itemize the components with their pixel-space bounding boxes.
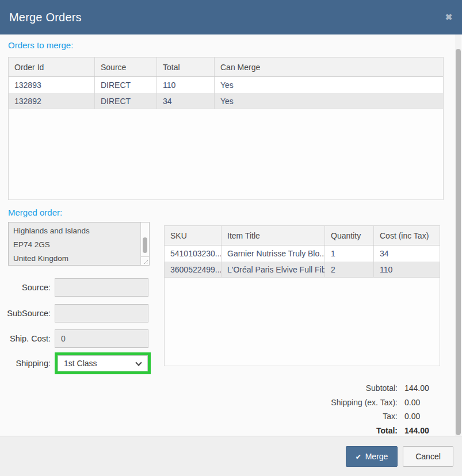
ship-cost-label: Ship. Cost:: [0, 334, 51, 343]
order-id-cell: 132893: [9, 77, 95, 93]
column-header-total: Total: [157, 57, 215, 76]
chevron-down-icon: [135, 359, 142, 366]
dialog-scrollbar-thumb[interactable]: [456, 49, 461, 435]
dialog-scrollbar[interactable]: [455, 34, 461, 436]
dialog-header: Merge Orders ✖: [0, 0, 462, 34]
column-header-order-id: Order Id: [9, 57, 95, 76]
address-line: Highlands and Islands: [13, 224, 139, 238]
cost-cell: 110: [374, 262, 440, 277]
column-header-cost: Cost (inc Tax): [374, 226, 440, 245]
address-scrollbar[interactable]: [140, 222, 149, 256]
sku-cell: 5410103230...: [165, 245, 222, 262]
address-line: EP74 2GS: [13, 238, 139, 252]
total-cell: 110: [157, 77, 215, 93]
orders-table: Order Id Source Total Can Merge 132893 D…: [8, 57, 444, 200]
column-header-can-merge: Can Merge: [215, 57, 443, 76]
shipping-select[interactable]: 1st Class: [58, 355, 148, 371]
table-row[interactable]: 132893 DIRECT 110 Yes: [9, 77, 443, 93]
cancel-button-label: Cancel: [415, 452, 441, 461]
dialog-footer: ✔Merge Cancel: [0, 436, 462, 476]
tax-value: 0.00: [404, 409, 440, 424]
subtotal-value: 144.00: [404, 381, 440, 396]
checkmark-icon: ✔: [356, 453, 361, 461]
shipping-select-highlight: 1st Class: [55, 352, 151, 374]
can-merge-cell: Yes: [215, 77, 443, 93]
address-lines: Highlands and Islands EP74 2GS United Ki…: [13, 224, 139, 266]
source-cell: DIRECT: [95, 93, 157, 109]
items-table: SKU Item Title Quantity Cost (inc Tax) 5…: [164, 225, 440, 366]
can-merge-cell: Yes: [215, 93, 443, 109]
column-header-item-title: Item Title: [222, 226, 325, 245]
totals-summary: Subtotal: 144.00 Shipping (ex. Tax): 0.0…: [311, 381, 440, 437]
quantity-cell: 1: [325, 245, 374, 262]
table-row[interactable]: 132892 DIRECT 34 Yes: [9, 93, 443, 109]
source-label: Source:: [0, 283, 51, 292]
merge-button[interactable]: ✔Merge: [346, 446, 398, 467]
cost-cell: 34: [374, 245, 440, 262]
ship-cost-field[interactable]: [55, 329, 148, 348]
table-row[interactable]: 5410103230... Garnier Nutrisse Truly Blo…: [165, 245, 440, 262]
merge-button-label: Merge: [365, 452, 388, 461]
subtotal-row: Subtotal: 144.00: [311, 381, 440, 396]
subtotal-label: Subtotal:: [311, 381, 398, 396]
dialog-title: Merge Orders: [9, 11, 82, 24]
subsource-label: SubSource:: [0, 309, 51, 318]
total-cell: 34: [157, 93, 215, 109]
source-cell: DIRECT: [95, 77, 157, 93]
address-line: United Kingdom: [13, 252, 139, 266]
shipping-ex-tax-label: Shipping (ex. Tax):: [311, 396, 398, 410]
subsource-field[interactable]: [55, 304, 148, 323]
column-header-sku: SKU: [165, 226, 222, 245]
column-header-quantity: Quantity: [325, 226, 374, 245]
merged-order-label: Merged order:: [8, 208, 62, 217]
shipping-ex-tax-row: Shipping (ex. Tax): 0.00: [311, 396, 440, 410]
column-header-source: Source: [95, 57, 157, 76]
orders-table-header: Order Id Source Total Can Merge: [9, 57, 443, 77]
table-row[interactable]: 3600522499... L'Oréal Paris Elvive Full …: [165, 262, 440, 278]
shipping-label: Shipping:: [0, 359, 51, 368]
address-scrollbar-thumb[interactable]: [143, 237, 147, 253]
order-id-cell: 132892: [9, 93, 95, 109]
orders-to-merge-label: Orders to merge:: [8, 40, 73, 50]
item-title-cell: L'Oréal Paris Elvive Full Fib...: [222, 262, 325, 277]
close-icon[interactable]: ✖: [442, 11, 455, 24]
shipping-selected-value: 1st Class: [64, 359, 97, 368]
tax-row: Tax: 0.00: [311, 409, 440, 424]
item-title-cell: Garnier Nutrisse Truly Blo...: [222, 245, 325, 262]
shipping-ex-tax-value: 0.00: [404, 396, 440, 410]
items-table-header: SKU Item Title Quantity Cost (inc Tax): [165, 226, 440, 245]
cancel-button[interactable]: Cancel: [403, 446, 453, 467]
sku-cell: 3600522499...: [165, 262, 222, 277]
merge-orders-dialog: Merge Orders ✖ Orders to merge: Order Id…: [0, 0, 462, 476]
source-field[interactable]: [55, 278, 148, 297]
tax-label: Tax:: [311, 409, 398, 424]
address-textarea[interactable]: Highlands and Islands EP74 2GS United Ki…: [8, 222, 150, 266]
resize-handle-icon[interactable]: [140, 256, 149, 265]
quantity-cell: 2: [325, 262, 374, 277]
